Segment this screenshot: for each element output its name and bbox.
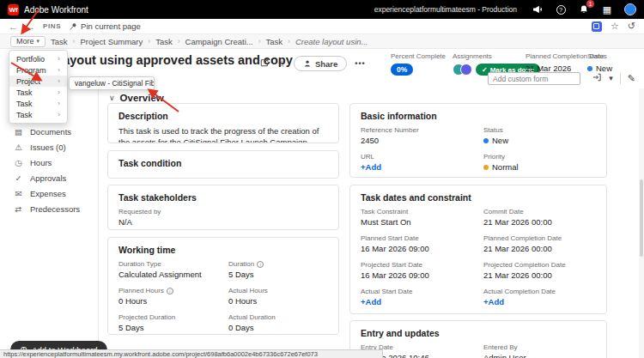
card-title: Task condition (118, 158, 328, 168)
megaphone-icon[interactable] (532, 3, 544, 15)
info-icon: i (257, 261, 264, 268)
pin-icon (69, 22, 77, 31)
field-task-constraint: Task Constraint Must Start On (361, 208, 473, 227)
field-planned-completion: Planned Completion Date 21 Mar 2026 00:0… (483, 234, 596, 253)
field-priority: Priority Normal (483, 153, 596, 172)
sidebar-item-issues[interactable]: ⚠ Issues (0) (0, 139, 98, 155)
workfront-app: Wf Adobe Workfront experienceplatformult… (0, 0, 644, 358)
field-actual-hours: Actual Hours 0 Hours (228, 287, 328, 306)
expenses-icon: ✉ (14, 189, 23, 198)
menu-item-program[interactable]: Program› (9, 64, 67, 76)
field-commit-date: Commit Date 21 Mar 2026 00:00 (483, 208, 596, 227)
add-actual-completion-link[interactable]: +Add (483, 297, 504, 306)
back-icon[interactable]: ← (9, 21, 18, 32)
task-dates-card: Task dates and constraint Task Constrain… (349, 185, 607, 314)
field-duration: Durationi 5 Days (228, 260, 328, 279)
title-actions: ☆ Share ••• (259, 56, 366, 71)
breadcrumb-more-button[interactable]: More ▾ (10, 36, 46, 47)
hours-icon: ◷ (14, 158, 23, 167)
add-url-link[interactable]: +Add (361, 162, 381, 172)
guides-icon[interactable] (592, 21, 602, 32)
sidebar-item-approvals[interactable]: ✓ Approvals (0, 170, 98, 185)
breadcrumb-item[interactable]: Campaign Creati... (185, 37, 253, 46)
detail-toolbar: ▾ ✎ (592, 72, 635, 84)
divider (620, 73, 621, 84)
notification-badge: 1 (586, 0, 594, 8)
task-stakeholders-card: Task stakeholders Requested by N/A (107, 185, 339, 230)
add-condition-link[interactable]: +Add (118, 178, 139, 179)
menu-item-project[interactable]: Project› (9, 76, 67, 87)
breadcrumb-separator-icon: › (148, 37, 150, 46)
sidebar-item-hours[interactable]: ◷ Hours (0, 155, 98, 170)
breadcrumb-item[interactable]: Task (51, 37, 68, 46)
field-reference-number: Reference Number 2450 (361, 126, 473, 145)
percent-complete: Percent Complete 0% (391, 52, 446, 76)
breadcrumb-item[interactable]: Task (155, 37, 173, 46)
overview-section-header[interactable]: ∨ Overview (109, 93, 164, 103)
status-bar-url: https://experienceplatformultimateesm.my… (0, 349, 383, 358)
status-dot (483, 138, 489, 143)
field-planned-start: Planned Start Date 16 Mar 2026 09:00 (361, 234, 473, 253)
project-flyout-item[interactable]: vangeluw - CitiSignal Fiber L... (69, 76, 155, 90)
field-url: URL +Add (361, 153, 473, 172)
issues-icon: ⚠ (14, 143, 23, 152)
working-time-card: Working time Duration Type Calculated As… (107, 237, 339, 335)
card-title: Task dates and constraint (361, 192, 596, 203)
favorite-star-icon[interactable]: ☆ (611, 21, 619, 31)
info-icon: i (167, 288, 173, 294)
approvals-icon: ✓ (14, 173, 23, 183)
field-projected-duration: Projected Duration 5 Days (118, 313, 218, 332)
sidebar-item-expenses[interactable]: ✉ Expenses (0, 185, 98, 201)
more-options-button[interactable]: ••• (355, 59, 365, 68)
field-duration-type: Duration Type Calculated Assignment (118, 260, 218, 279)
documents-icon: ▤ (14, 127, 23, 137)
export-icon[interactable] (592, 72, 602, 84)
menu-item-task[interactable]: Task› (9, 98, 67, 109)
check-icon: ✓ (482, 66, 488, 74)
assignee-avatar[interactable] (460, 64, 472, 76)
status: Status New (587, 52, 612, 73)
breadcrumb-item[interactable]: Project Summary (80, 37, 143, 46)
user-avatar[interactable] (624, 3, 636, 15)
add-custom-form-input[interactable] (488, 72, 580, 85)
forward-icon[interactable]: → (26, 21, 35, 32)
breadcrumb-item[interactable]: Task (266, 37, 283, 46)
menu-item-task[interactable]: Task› (9, 109, 67, 120)
pins-bar: ← → PINS Pin current page ☆ ↺ (0, 19, 644, 34)
scrollbar-thumb[interactable] (640, 179, 643, 257)
card-title: Description (118, 111, 328, 121)
breadcrumb-separator-icon: › (288, 37, 290, 46)
card-title: Task stakeholders (118, 192, 328, 203)
pin-current-page-button[interactable]: Pin current page (69, 21, 141, 31)
help-icon[interactable]: ? (555, 3, 567, 15)
card-title: Entry and updates (361, 328, 596, 338)
add-actual-start-link[interactable]: +Add (361, 297, 381, 306)
submenu-chevron-icon: › (58, 77, 60, 85)
overview-content: ∨ Overview Description This task is used… (99, 88, 644, 358)
share-link-icon[interactable] (259, 58, 270, 70)
scrollbar (639, 88, 644, 358)
star-icon[interactable]: ☆ (277, 59, 286, 69)
share-button[interactable]: Share (294, 56, 347, 71)
submenu-chevron-icon: › (58, 100, 60, 107)
status-dot (587, 66, 592, 71)
bell-icon[interactable]: 1 (578, 3, 590, 15)
edit-pencil-icon[interactable]: ✎ (628, 74, 635, 83)
brand-name: Adobe Workfront (24, 5, 88, 15)
history-icon[interactable]: ↺ (628, 21, 635, 31)
top-bar: Wf Adobe Workfront experienceplatformult… (0, 0, 644, 19)
sidebar-item-predecessors[interactable]: ⇄ Predecessors (0, 201, 98, 216)
app-grid-icon[interactable]: ▦ (601, 3, 613, 15)
left-panel: ▤ Documents ⚠ Issues (0) ◷ Hours ✓ Appro… (0, 88, 99, 358)
basic-information-card: Basic information Reference Number 2450 … (349, 103, 607, 178)
chevron-down-icon: ▾ (37, 38, 40, 45)
submenu-chevron-icon: › (58, 55, 60, 63)
menu-item-portfolio[interactable]: Portfolio› (9, 53, 67, 64)
task-condition-card: Task condition +Add (107, 150, 339, 179)
percent-complete-badge: 0% (391, 64, 413, 76)
menu-item-task[interactable]: Task› (9, 87, 67, 98)
sidebar-item-documents[interactable]: ▤ Documents (0, 124, 98, 139)
breadcrumb-current[interactable]: Create layout usin... (295, 37, 368, 46)
field-status: Status New (483, 126, 596, 145)
chevron-down-icon[interactable]: ▾ (609, 75, 613, 82)
